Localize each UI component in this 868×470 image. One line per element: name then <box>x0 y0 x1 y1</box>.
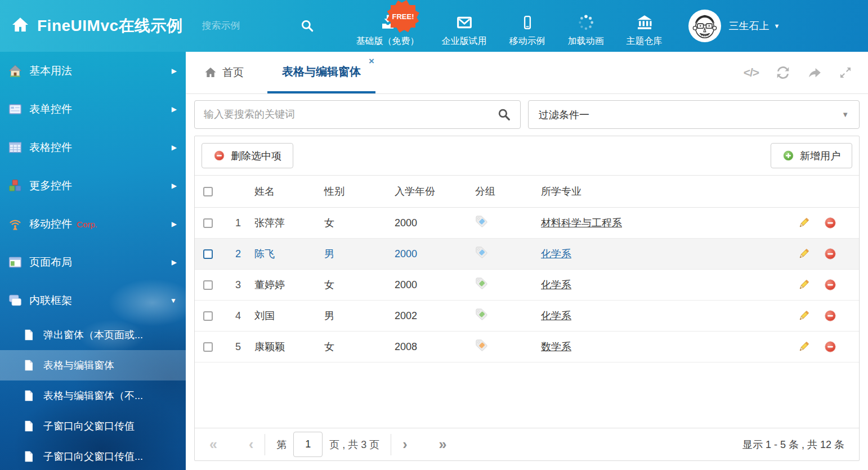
delete-row-icon[interactable] <box>824 310 836 322</box>
sidebar-subitem-popup-window[interactable]: 弹出窗体（本页面或... <box>0 320 186 350</box>
sidebar-item-more-controls[interactable]: 更多控件 ▶ <box>0 167 186 205</box>
form-icon <box>8 102 23 117</box>
keyword-search-input[interactable] <box>204 109 497 120</box>
col-header-year[interactable]: 入学年份 <box>395 185 475 198</box>
tab-close-icon[interactable]: × <box>369 56 374 66</box>
delete-row-icon[interactable] <box>824 341 836 353</box>
nav-mobile-demo[interactable]: 移动示例 <box>509 5 545 47</box>
next-page-button[interactable]: › <box>402 437 407 451</box>
delete-row-icon[interactable] <box>824 217 836 229</box>
user-menu[interactable]: 三生石上 ▼ <box>729 19 780 33</box>
sidebar-subitem-grid-edit-window-2[interactable]: 表格与编辑窗体（不... <box>0 381 186 411</box>
edit-pencil-icon[interactable] <box>798 217 810 229</box>
nav-enterprise-trial[interactable]: 企业版试用 <box>442 5 487 47</box>
record-count-summary: 显示 1 - 5 条 , 共 12 条 <box>742 438 844 451</box>
page-label-suffix: 页 , 共 3 页 <box>329 438 379 451</box>
cell-group <box>475 308 541 324</box>
cell-gender: 女 <box>324 340 395 353</box>
view-source-icon[interactable]: </> <box>744 66 759 79</box>
nav-label: 加载动画 <box>568 35 604 47</box>
file-icon <box>23 359 35 371</box>
header-user[interactable]: 三生石上 ▼ <box>688 10 780 42</box>
bank-icon <box>635 12 654 32</box>
table-row[interactable]: 4 刘国 男 2002 化学系 <box>195 301 859 332</box>
row-checkbox[interactable] <box>203 311 213 321</box>
col-header-name[interactable]: 姓名 <box>254 185 324 198</box>
add-user-button[interactable]: 新增用户 <box>771 143 852 168</box>
sidebar-item-mobile-controls[interactable]: 移动控件 Corp. ▶ <box>0 205 186 243</box>
table-header-row: 姓名 性别 入学年份 分组 所学专业 <box>195 175 859 208</box>
table-row[interactable]: 1 张萍萍 女 2000 材料科学与工程系 <box>195 208 859 239</box>
expand-icon[interactable] <box>839 66 852 79</box>
cell-name: 陈飞 <box>254 247 324 261</box>
delete-row-icon[interactable] <box>824 248 836 260</box>
select-all-checkbox[interactable] <box>203 187 213 196</box>
major-link[interactable]: 材料科学与工程系 <box>541 217 622 229</box>
cubes-icon <box>8 178 23 193</box>
delete-row-icon[interactable] <box>824 279 836 291</box>
sidebar-item-iframe[interactable]: 内联框架 ▼ <box>0 281 186 320</box>
cell-year: 2000 <box>395 248 475 260</box>
tab-home[interactable]: 首页 <box>204 52 244 93</box>
last-page-button[interactable]: » <box>439 437 447 451</box>
col-header-major[interactable]: 所学专业 <box>541 185 775 198</box>
header-search-input[interactable] <box>202 20 281 32</box>
sidebar-item-page-layout[interactable]: 页面布局 ▶ <box>0 243 186 281</box>
edit-pencil-icon[interactable] <box>798 279 810 291</box>
sidebar-subitem-child-to-parent-2[interactable]: 子窗口向父窗口传值... <box>0 441 186 470</box>
sidebar-item-form-controls[interactable]: 表单控件 ▶ <box>0 90 186 128</box>
nav-theme-store[interactable]: 主题仓库 <box>627 5 663 47</box>
table-row[interactable]: 5 康颖颖 女 2008 数学系 <box>195 332 859 362</box>
table-row[interactable]: 2 陈飞 男 2000 化学系 <box>195 239 859 270</box>
tag-icon <box>475 246 488 259</box>
row-checkbox[interactable] <box>203 342 213 352</box>
major-link[interactable]: 化学系 <box>541 310 571 321</box>
file-icon <box>23 390 35 402</box>
cell-year: 2000 <box>395 279 475 291</box>
page-number-input[interactable] <box>293 432 323 457</box>
app-home-icon[interactable] <box>11 16 29 36</box>
sidebar-item-label: 内联框架 <box>29 293 72 308</box>
first-page-button[interactable]: « <box>209 437 217 451</box>
major-link[interactable]: 数学系 <box>541 341 571 352</box>
table-empty-area <box>195 362 859 428</box>
sidebar-item-label: 页面布局 <box>29 255 72 270</box>
cell-name: 张萍萍 <box>254 216 324 230</box>
edit-pencil-icon[interactable] <box>798 310 810 322</box>
sidebar-subitem-child-to-parent[interactable]: 子窗口向父窗口传值 <box>0 411 186 441</box>
row-checkbox[interactable] <box>203 280 213 290</box>
row-checkbox[interactable] <box>203 218 213 228</box>
edit-pencil-icon[interactable] <box>798 248 810 260</box>
file-icon <box>23 450 35 463</box>
row-checkbox[interactable] <box>203 249 213 259</box>
sidebar-subitem-label: 子窗口向父窗口传值 <box>43 419 135 433</box>
delete-selected-button[interactable]: 删除选中项 <box>202 143 293 168</box>
sidebar-item-basic-usage[interactable]: 基本用法 ▶ <box>0 52 186 90</box>
row-number: 5 <box>221 341 254 353</box>
keyword-search-box[interactable] <box>194 100 521 129</box>
house-icon <box>8 64 23 78</box>
grid-panel: 删除选中项 新增用户 姓名 性别 入学年份 分组 所学专业 1 张萍萍 女 20… <box>194 136 860 461</box>
cell-group <box>475 339 541 355</box>
header-search[interactable] <box>202 19 315 33</box>
share-icon[interactable] <box>807 65 822 80</box>
major-link[interactable]: 化学系 <box>541 279 571 290</box>
filter-dropdown[interactable]: 过滤条件一 ▼ <box>528 100 860 129</box>
avatar[interactable] <box>688 10 721 42</box>
sidebar-item-grid-controls[interactable]: 表格控件 ▶ <box>0 128 186 167</box>
col-header-group[interactable]: 分组 <box>475 185 541 198</box>
filter-row: 过滤条件一 ▼ <box>186 94 868 129</box>
mobile-icon <box>520 12 535 32</box>
nav-loading-animation[interactable]: 加载动画 <box>568 5 604 47</box>
refresh-icon[interactable] <box>776 65 790 80</box>
sidebar-subitem-grid-edit-window[interactable]: 表格与编辑窗体 <box>0 350 186 381</box>
table-row[interactable]: 3 董婷婷 女 2000 化学系 <box>195 270 859 301</box>
prev-page-button[interactable]: ‹ <box>249 437 253 451</box>
edit-pencil-icon[interactable] <box>798 341 810 353</box>
plus-circle-icon <box>782 150 794 162</box>
major-link[interactable]: 化学系 <box>541 248 571 259</box>
tab-grid-edit-window[interactable]: 表格与编辑窗体 × <box>267 52 375 93</box>
envelope-icon <box>455 12 473 32</box>
col-header-gender[interactable]: 性别 <box>324 185 395 198</box>
nav-label: 企业版试用 <box>442 35 487 47</box>
